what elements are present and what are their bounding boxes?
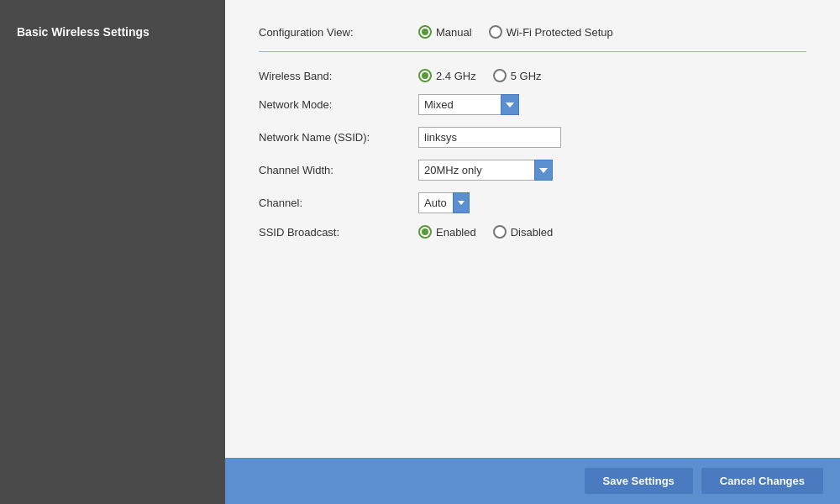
wireless-band-control: 2.4 GHz 5 GHz <box>418 69 542 82</box>
config-wps-label: Wi-Fi Protected Setup <box>507 26 613 39</box>
config-manual-radio[interactable]: Manual <box>418 25 472 39</box>
ssid-disabled-radio-outer <box>493 225 507 239</box>
ssid-disabled-label: Disabled <box>511 226 554 239</box>
band-24-radio[interactable]: 2.4 GHz <box>418 69 476 82</box>
band-24-label: 2.4 GHz <box>436 70 476 82</box>
config-manual-radio-inner <box>422 29 428 35</box>
content-area: Configuration View: Manual Wi-Fi Protect… <box>225 0 840 458</box>
band-24-radio-outer <box>418 69 432 82</box>
configuration-view-row: Configuration View: Manual Wi-Fi Protect… <box>259 25 806 39</box>
ssid-enabled-radio-outer <box>418 225 432 239</box>
channel-width-row: Channel Width: 20MHz only <box>259 160 806 181</box>
ssid-enabled-radio-inner <box>422 228 428 235</box>
network-name-label: Network Name (SSID): <box>259 131 418 144</box>
channel-row: Channel: Auto <box>259 192 806 213</box>
ssid-broadcast-control: Enabled Disabled <box>418 225 553 239</box>
save-settings-button[interactable]: Save Settings <box>585 468 693 494</box>
ssid-broadcast-row: SSID Broadcast: Enabled Disabled <box>259 225 806 239</box>
config-wps-radio[interactable]: Wi-Fi Protected Setup <box>489 25 613 39</box>
channel-width-label: Channel Width: <box>259 164 418 176</box>
network-mode-row: Network Mode: Mixed <box>259 94 806 115</box>
sidebar-title: Basic Wireless Settings <box>0 17 225 47</box>
main-content: Configuration View: Manual Wi-Fi Protect… <box>225 0 840 504</box>
wireless-band-label: Wireless Band: <box>259 70 418 82</box>
channel-width-select[interactable]: 20MHz only <box>418 160 553 181</box>
channel-label: Channel: <box>259 197 418 209</box>
channel-dropdown-arrow[interactable] <box>453 192 470 213</box>
configuration-view-control: Manual Wi-Fi Protected Setup <box>418 25 613 39</box>
network-mode-label: Network Mode: <box>259 98 418 111</box>
config-manual-label: Manual <box>436 26 472 39</box>
configuration-view-label: Configuration View: <box>259 26 418 39</box>
cancel-changes-button[interactable]: Cancel Changes <box>701 468 823 494</box>
ssid-enabled-radio[interactable]: Enabled <box>418 225 476 239</box>
ssid-enabled-label: Enabled <box>436 226 476 239</box>
band-24-radio-inner <box>422 72 428 79</box>
section-divider <box>259 51 806 52</box>
wireless-band-row: Wireless Band: 2.4 GHz 5 GHz <box>259 69 806 82</box>
network-mode-dropdown-arrow[interactable] <box>501 94 519 115</box>
config-wps-radio-outer <box>489 25 502 39</box>
footer-bar: Save Settings Cancel Changes <box>225 458 840 504</box>
ssid-disabled-radio[interactable]: Disabled <box>493 225 554 239</box>
band-5-radio[interactable]: 5 GHz <box>493 69 542 82</box>
channel-select-wrapper: Auto <box>418 192 470 213</box>
config-manual-radio-outer <box>418 25 432 39</box>
channel-width-select-wrapper: 20MHz only <box>418 160 553 181</box>
ssid-broadcast-label: SSID Broadcast: <box>259 226 418 239</box>
sidebar: Basic Wireless Settings <box>0 0 225 504</box>
channel-width-dropdown-arrow[interactable] <box>534 160 553 181</box>
band-5-label: 5 GHz <box>511 70 542 82</box>
network-mode-select-wrapper: Mixed <box>418 94 519 115</box>
band-5-radio-outer <box>493 69 507 82</box>
network-name-input[interactable] <box>418 127 561 148</box>
network-name-row: Network Name (SSID): <box>259 127 806 148</box>
